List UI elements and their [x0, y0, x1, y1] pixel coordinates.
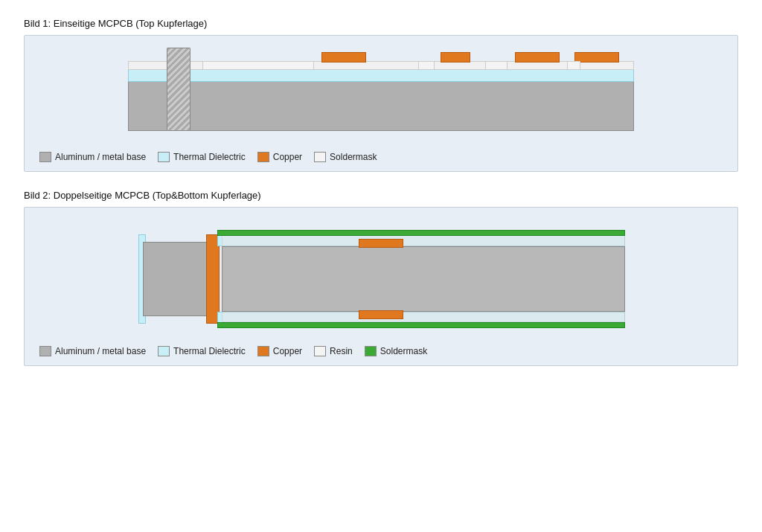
d2-copper-left — [206, 234, 220, 324]
legend2-item-copper: Copper — [257, 346, 302, 356]
diagram1-pcb — [128, 48, 634, 144]
diagram1-box: Aluminum / metal base Thermal Dielectric… — [24, 35, 738, 172]
legend2-label-copper: Copper — [273, 346, 302, 356]
legend-label-copper: Copper — [273, 152, 302, 162]
swatch2-soldermask — [365, 346, 377, 356]
d1-copper-pad-4 — [574, 52, 619, 63]
d2-resin-top — [222, 234, 625, 246]
d2-soldermask-bottom — [217, 322, 625, 328]
d1-aluminum-layer — [128, 79, 634, 131]
swatch2-aluminum — [39, 346, 51, 356]
diagram2-legend: Aluminum / metal base Thermal Dielectric… — [39, 346, 723, 356]
diagram1-legend: Aluminum / metal base Thermal Dielectric… — [39, 152, 723, 162]
legend2-label-thermal: Thermal Dielectric — [173, 346, 246, 356]
legend2-label-aluminum: Aluminum / metal base — [55, 346, 146, 356]
swatch-soldermask — [314, 152, 326, 162]
legend-label-thermal: Thermal Dielectric — [173, 152, 246, 162]
swatch-copper — [257, 152, 269, 162]
d2-resin-bottom — [222, 312, 625, 322]
d1-sm-4 — [567, 61, 580, 70]
swatch-thermal — [158, 152, 170, 162]
swatch2-copper — [257, 346, 269, 356]
diagram2-box: Aluminum / metal base Thermal Dielectric… — [24, 207, 738, 366]
swatch2-thermal — [158, 346, 170, 356]
legend-item-soldermask: Soldermask — [314, 152, 377, 162]
legend2-item-soldermask: Soldermask — [365, 346, 427, 356]
diagram2-section: Bild 2: Doppelseitige MCPCB (Top&Bottom … — [24, 190, 738, 366]
legend2-item-aluminum: Aluminum / metal base — [39, 346, 146, 356]
diagram2-title: Bild 2: Doppelseitige MCPCB (Top&Bottom … — [24, 190, 738, 201]
d1-copper-pad-1 — [321, 52, 366, 63]
diagram2-pcb — [128, 219, 634, 339]
d1-thermal-layer — [128, 68, 634, 82]
d2-soldermask-top — [217, 230, 625, 236]
legend2-item-resin: Resin — [314, 346, 353, 356]
legend-label-soldermask: Soldermask — [330, 152, 377, 162]
swatch2-resin — [314, 346, 326, 356]
d1-via — [167, 48, 190, 131]
d2-aluminum-layer — [143, 242, 210, 316]
d1-copper-pad-3 — [515, 52, 560, 63]
d2-copper-top-pad — [359, 239, 403, 248]
diagram1-title: Bild 1: Einseitige MCPCB (Top Kupferlage… — [24, 18, 738, 29]
d1-sm-2 — [418, 61, 435, 70]
diagram1-section: Bild 1: Einseitige MCPCB (Top Kupferlage… — [24, 18, 738, 172]
d2-copper-bottom-pad — [359, 310, 403, 319]
legend2-item-thermal: Thermal Dielectric — [158, 346, 246, 356]
d2-inner-core — [222, 246, 625, 312]
legend-item-aluminum: Aluminum / metal base — [39, 152, 146, 162]
d1-sm-1 — [202, 61, 314, 70]
legend-item-thermal: Thermal Dielectric — [158, 152, 246, 162]
page: Bild 1: Einseitige MCPCB (Top Kupferlage… — [0, 0, 762, 384]
legend2-label-soldermask: Soldermask — [380, 346, 427, 356]
swatch-aluminum — [39, 152, 51, 162]
d1-sm-3 — [485, 61, 508, 70]
d1-copper-pad-2 — [441, 52, 470, 63]
legend-item-copper: Copper — [257, 152, 302, 162]
legend2-label-resin: Resin — [330, 346, 353, 356]
legend-label-aluminum: Aluminum / metal base — [55, 152, 146, 162]
